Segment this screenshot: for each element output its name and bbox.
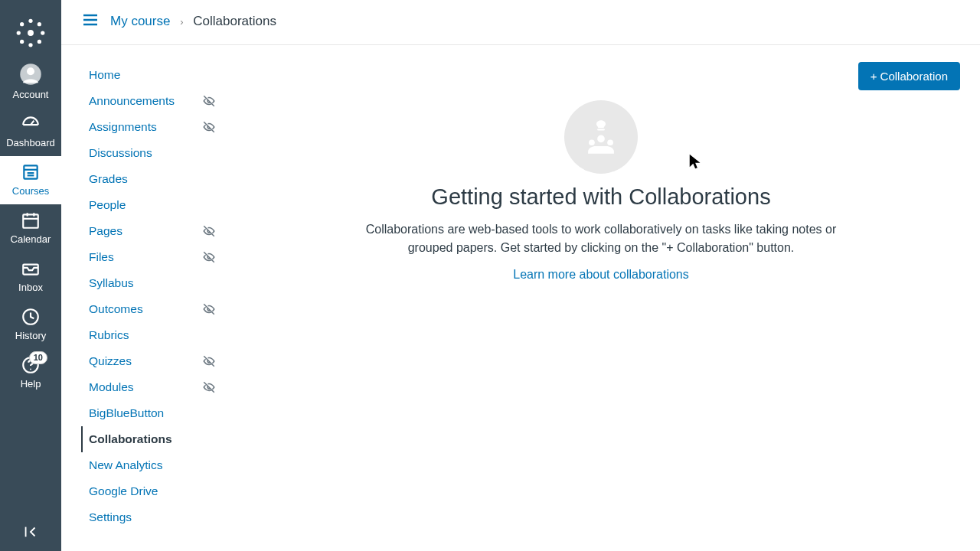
coursenav-item-new-analytics[interactable]: New Analytics bbox=[81, 452, 219, 478]
svg-point-4 bbox=[20, 22, 24, 26]
global-nav: Account Dashboard Courses Calendar Inbox bbox=[0, 0, 61, 551]
coursenav-label: Syllabus bbox=[89, 276, 134, 290]
nav-label: Dashboard bbox=[0, 137, 61, 148]
hidden-eye-icon bbox=[202, 302, 216, 316]
coursenav-item-people[interactable]: People bbox=[81, 192, 219, 218]
nav-label: History bbox=[0, 330, 61, 341]
coursenav-item-pages[interactable]: Pages bbox=[81, 218, 219, 244]
coursenav-label: Quizzes bbox=[89, 354, 132, 368]
coursenav-label: Discussions bbox=[89, 146, 152, 160]
coursenav-item-google-drive[interactable]: Google Drive bbox=[81, 478, 219, 504]
hidden-eye-icon bbox=[202, 250, 216, 264]
hidden-eye-icon bbox=[202, 224, 216, 238]
calendar-icon bbox=[0, 210, 61, 230]
breadcrumb: My course › Collaborations bbox=[110, 14, 276, 29]
coursenav-label: Settings bbox=[89, 510, 132, 524]
coursenav-item-settings[interactable]: Settings bbox=[81, 504, 219, 530]
breadcrumb-course-link[interactable]: My course bbox=[110, 14, 170, 28]
user-avatar-icon bbox=[0, 63, 61, 86]
add-collaboration-button[interactable]: + Collaboration bbox=[858, 62, 960, 90]
dashboard-icon bbox=[0, 114, 61, 134]
help-badge: 10 bbox=[29, 351, 47, 364]
svg-point-5 bbox=[38, 22, 41, 26]
nav-label: Help bbox=[0, 378, 61, 390]
nav-inbox[interactable]: Inbox bbox=[0, 253, 61, 301]
svg-point-2 bbox=[17, 31, 21, 34]
coursenav-item-bigbluebutton[interactable]: BigBlueButton bbox=[81, 400, 219, 426]
chevron-right-icon: › bbox=[180, 16, 183, 28]
course-nav: HomeAnnouncementsAssignmentsDiscussionsG… bbox=[81, 62, 219, 551]
svg-rect-15 bbox=[23, 214, 38, 227]
coursenav-item-discussions[interactable]: Discussions bbox=[81, 140, 219, 166]
nav-courses[interactable]: Courses bbox=[0, 156, 61, 204]
svg-point-0 bbox=[28, 19, 32, 23]
content-area: + Collaboration bbox=[219, 62, 960, 551]
nav-account[interactable]: Account bbox=[0, 57, 61, 108]
svg-point-32 bbox=[607, 139, 613, 145]
coursenav-item-assignments[interactable]: Assignments bbox=[81, 114, 219, 140]
svg-rect-29 bbox=[597, 129, 605, 130]
learn-more-link[interactable]: Learn more about collaborations bbox=[513, 268, 688, 281]
coursenav-label: New Analytics bbox=[89, 458, 162, 472]
empty-heading: Getting started with Collaborations bbox=[364, 184, 838, 210]
collaboration-empty-icon bbox=[564, 100, 638, 174]
coursenav-label: Outcomes bbox=[89, 302, 143, 316]
hidden-eye-icon bbox=[202, 120, 216, 134]
coursenav-label: Rubrics bbox=[89, 328, 129, 342]
hidden-eye-icon bbox=[202, 354, 216, 368]
coursenav-item-grades[interactable]: Grades bbox=[81, 166, 219, 192]
empty-state: Getting started with Collaborations Coll… bbox=[364, 100, 838, 282]
coursenav-label: Home bbox=[89, 68, 120, 82]
coursenav-label: Grades bbox=[89, 172, 128, 186]
coursenav-label: Announcements bbox=[89, 94, 175, 108]
inbox-icon bbox=[0, 259, 61, 279]
nav-label: Inbox bbox=[0, 282, 61, 293]
coursenav-label: People bbox=[89, 198, 126, 212]
coursenav-item-home[interactable]: Home bbox=[81, 62, 219, 88]
nav-label: Account bbox=[0, 89, 61, 100]
hidden-eye-icon bbox=[202, 94, 216, 108]
svg-point-31 bbox=[589, 139, 595, 145]
hamburger-menu-icon[interactable] bbox=[81, 11, 100, 32]
svg-point-30 bbox=[597, 135, 605, 143]
coursenav-label: Collaborations bbox=[89, 432, 172, 446]
breadcrumb-current: Collaborations bbox=[193, 14, 276, 28]
coursenav-label: Modules bbox=[89, 380, 134, 394]
empty-body: Collaborations are web-based tools to wo… bbox=[364, 220, 838, 257]
coursenav-label: Google Drive bbox=[89, 484, 158, 498]
nav-dashboard[interactable]: Dashboard bbox=[0, 108, 61, 156]
svg-point-10 bbox=[27, 67, 34, 75]
svg-point-24 bbox=[30, 369, 31, 370]
coursenav-item-syllabus[interactable]: Syllabus bbox=[81, 270, 219, 296]
coursenav-item-outcomes[interactable]: Outcomes bbox=[81, 296, 219, 322]
coursenav-item-announcements[interactable]: Announcements bbox=[81, 88, 219, 114]
coursenav-item-modules[interactable]: Modules bbox=[81, 374, 219, 400]
nav-history[interactable]: History bbox=[0, 301, 61, 349]
hidden-eye-icon bbox=[202, 380, 216, 394]
nav-label: Calendar bbox=[0, 233, 61, 245]
coursenav-item-files[interactable]: Files bbox=[81, 244, 219, 270]
coursenav-item-rubrics[interactable]: Rubrics bbox=[81, 322, 219, 348]
nav-label: Courses bbox=[0, 185, 61, 197]
coursenav-label: Files bbox=[89, 250, 114, 264]
coursenav-item-quizzes[interactable]: Quizzes bbox=[81, 348, 219, 374]
coursenav-label: Assignments bbox=[89, 120, 157, 134]
coursenav-label: Pages bbox=[89, 224, 122, 238]
nav-help[interactable]: 10 Help bbox=[0, 349, 61, 397]
collapse-nav-button[interactable] bbox=[0, 516, 61, 551]
nav-calendar[interactable]: Calendar bbox=[0, 204, 61, 253]
svg-point-1 bbox=[28, 43, 32, 47]
svg-point-3 bbox=[41, 31, 44, 34]
courses-icon bbox=[0, 162, 61, 182]
history-icon bbox=[0, 307, 61, 327]
svg-point-8 bbox=[28, 30, 34, 36]
topbar: My course › Collaborations bbox=[61, 0, 980, 45]
svg-point-6 bbox=[20, 40, 24, 44]
canvas-logo[interactable] bbox=[11, 14, 50, 52]
coursenav-item-collaborations[interactable]: Collaborations bbox=[81, 426, 219, 452]
svg-point-7 bbox=[38, 40, 41, 44]
coursenav-label: BigBlueButton bbox=[89, 406, 164, 420]
